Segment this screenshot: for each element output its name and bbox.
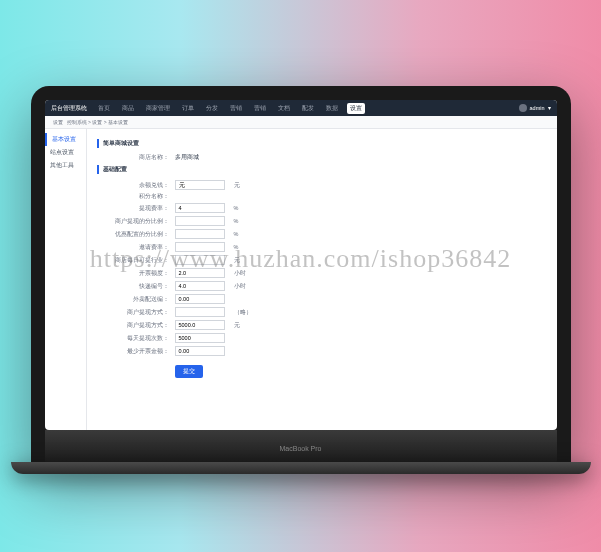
form-label: 余额兑钱： <box>97 182 169 189</box>
laptop-base: MacBook Pro <box>45 430 557 466</box>
text-input[interactable] <box>175 242 225 252</box>
breadcrumb: 设置 控制系统 > 设置 > 基本设置 <box>45 116 557 129</box>
topbar: 后台管理系统 首页商品商家管理订单分发营销营销文档配发数据设置 admin ▾ <box>45 100 557 116</box>
form-row: 商户提现方式：5000.0元 <box>97 320 547 330</box>
laptop-foot <box>11 462 591 474</box>
form-label: 最少开票金额： <box>97 348 169 355</box>
text-input[interactable]: 5000 <box>175 333 225 343</box>
nav-item[interactable]: 首页 <box>95 103 113 114</box>
sidebar-item[interactable]: 基本设置 <box>45 133 86 146</box>
chevron-down-icon: ▾ <box>548 105 551 111</box>
form-label: 提现费率： <box>97 205 169 212</box>
form-row: 商户提现的分比例：% <box>97 216 547 226</box>
sidebar-item[interactable]: 其他工具 <box>45 159 86 172</box>
avatar-icon <box>519 104 527 112</box>
form-row: 提现费率：4% <box>97 203 547 213</box>
form-label: 快递编号： <box>97 283 169 290</box>
unit-label: % <box>234 205 239 211</box>
form-row: 余额兑钱：元元 <box>97 180 547 190</box>
text-input[interactable] <box>175 255 225 265</box>
text-input[interactable]: 4 <box>175 203 225 213</box>
nav-item[interactable]: 设置 <box>347 103 365 114</box>
brand: 后台管理系统 <box>51 104 87 113</box>
text-input[interactable]: 4.0 <box>175 281 225 291</box>
content-body: 基本设置站点设置其他工具 简单商城设置 商店名称： 多用商城 基础配置 余额兑钱… <box>45 129 557 430</box>
nav: 首页商品商家管理订单分发营销营销文档配发数据设置 <box>95 103 519 114</box>
nav-item[interactable]: 商品 <box>119 103 137 114</box>
unit-label: % <box>234 231 239 237</box>
unit-label: % <box>234 244 239 250</box>
unit-label: 小时 <box>234 283 246 290</box>
form-row: 开票额度：2.0小时 <box>97 268 547 278</box>
form-row: 最少开票金额：0.00 <box>97 346 547 356</box>
form-label: 商店名称： <box>97 154 169 161</box>
form-row: 快递编号：4.0小时 <box>97 281 547 291</box>
form-label: 外卖配送编： <box>97 296 169 303</box>
nav-item[interactable]: 营销 <box>227 103 245 114</box>
nav-item[interactable]: 订单 <box>179 103 197 114</box>
form-row: 外卖配送编：0.00 <box>97 294 547 304</box>
sidebar-item[interactable]: 站点设置 <box>45 146 86 159</box>
nav-item[interactable]: 分发 <box>203 103 221 114</box>
form-label: 商户提现方式： <box>97 322 169 329</box>
nav-item[interactable]: 文档 <box>275 103 293 114</box>
screen: 后台管理系统 首页商品商家管理订单分发营销营销文档配发数据设置 admin ▾ … <box>45 100 557 430</box>
laptop-frame: 后台管理系统 首页商品商家管理订单分发营销营销文档配发数据设置 admin ▾ … <box>31 86 571 466</box>
text-input[interactable]: 2.0 <box>175 268 225 278</box>
unit-label: （略） <box>234 309 252 316</box>
text-input[interactable]: 元 <box>175 180 225 190</box>
user-menu[interactable]: admin ▾ <box>519 104 551 112</box>
submit-button[interactable]: 提交 <box>175 365 203 378</box>
form-row: 每天提现次数：5000 <box>97 333 547 343</box>
form-row: 商户提现方式：（略） <box>97 307 547 317</box>
form-value: 多用商城 <box>175 154 199 161</box>
text-input[interactable]: 5000.0 <box>175 320 225 330</box>
text-input[interactable]: 0.00 <box>175 294 225 304</box>
section-title-2: 基础配置 <box>97 165 547 174</box>
nav-item[interactable]: 商家管理 <box>143 103 173 114</box>
text-input[interactable] <box>175 229 225 239</box>
section-title-1: 简单商城设置 <box>97 139 547 148</box>
form-label: 开票额度： <box>97 270 169 277</box>
form-label: 积分名称： <box>97 193 169 200</box>
nav-item[interactable]: 配发 <box>299 103 317 114</box>
unit-label: % <box>234 218 239 224</box>
text-input[interactable]: 0.00 <box>175 346 225 356</box>
form-label: 优惠配置的分比例： <box>97 231 169 238</box>
form-row: 邀请费率：% <box>97 242 547 252</box>
form-row: 商店名称： 多用商城 <box>97 154 547 161</box>
sidebar: 基本设置站点设置其他工具 <box>45 129 87 430</box>
username: admin <box>530 105 545 111</box>
form-label: 邀请费率： <box>97 244 169 251</box>
form-label: 商户提现方式： <box>97 309 169 316</box>
unit-label: 元 <box>234 322 240 329</box>
nav-item[interactable]: 数据 <box>323 103 341 114</box>
unit-label: 小时 <box>234 270 246 277</box>
unit-label: 元 <box>234 182 240 189</box>
text-input[interactable] <box>175 307 225 317</box>
text-input[interactable] <box>175 216 225 226</box>
nav-item[interactable]: 营销 <box>251 103 269 114</box>
form-label: 每天提现次数： <box>97 335 169 342</box>
form-label: 商户提现的分比例： <box>97 218 169 225</box>
form-row: 积分名称： <box>97 193 547 200</box>
form-label: 商店每日可提行业： <box>97 257 169 264</box>
form-row: 优惠配置的分比例：% <box>97 229 547 239</box>
unit-label: 元 <box>234 257 240 264</box>
main-panel: 简单商城设置 商店名称： 多用商城 基础配置 余额兑钱：元元积分名称：提现费率：… <box>87 129 557 430</box>
form-row: 商店每日可提行业：元 <box>97 255 547 265</box>
